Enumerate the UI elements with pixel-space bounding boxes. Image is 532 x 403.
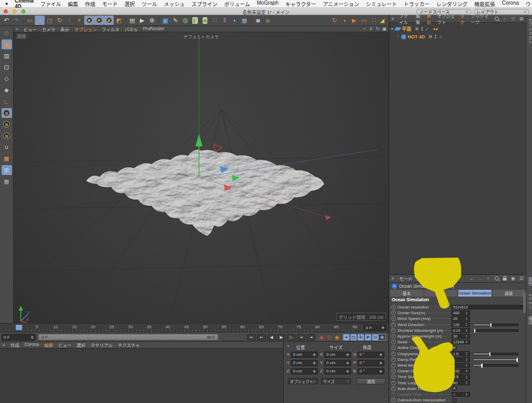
edges-mode-icon[interactable]: ◇ bbox=[2, 74, 12, 84]
path-icon[interactable]: ⌂ bbox=[502, 16, 508, 22]
param-value-field[interactable]: 512x512 ˅ bbox=[451, 305, 526, 310]
param-value-field[interactable]: 200 ˅ bbox=[451, 369, 470, 374]
undo-icon[interactable]: ↶ bbox=[2, 16, 11, 25]
convert-icon[interactable]: ◇ bbox=[2, 28, 12, 38]
frame-range-slider[interactable]: 0 F 90 F bbox=[38, 334, 218, 340]
z-axis-lock[interactable]: Z bbox=[104, 16, 114, 25]
anim-dot-icon[interactable] bbox=[391, 357, 396, 362]
spinner[interactable] bbox=[466, 352, 469, 356]
attribute-tab[interactable]: 減衰 bbox=[493, 290, 526, 297]
filter-icon[interactable]: ▽ bbox=[510, 16, 516, 22]
spinner[interactable] bbox=[345, 352, 349, 357]
spinner[interactable] bbox=[312, 369, 316, 374]
om-menu-item[interactable]: オブジェクト bbox=[437, 12, 456, 25]
menu-item[interactable]: キャラクター bbox=[285, 0, 316, 8]
workplane-auto-icon[interactable]: ▦ bbox=[2, 177, 12, 186]
spinner[interactable] bbox=[379, 352, 382, 357]
add-panel-icon[interactable]: ⊞ bbox=[518, 16, 524, 22]
menu-item[interactable]: トラッカー bbox=[404, 0, 430, 8]
slider-handle[interactable] bbox=[481, 364, 483, 368]
forward-icon[interactable]: → bbox=[477, 276, 483, 281]
material-menu-item[interactable]: 編集 bbox=[44, 342, 53, 348]
spinner[interactable] bbox=[30, 334, 34, 340]
param-slider[interactable] bbox=[473, 353, 518, 355]
object-name[interactable]: HOT 4D bbox=[408, 34, 425, 39]
search-icon[interactable] bbox=[494, 16, 499, 22]
key-scale-toggle[interactable]: ◳ bbox=[350, 334, 357, 341]
timeline-playhead[interactable] bbox=[16, 325, 22, 330]
param-value-field[interactable]: 0 ˅ bbox=[451, 392, 470, 397]
spinner[interactable] bbox=[466, 381, 469, 385]
menu-item[interactable]: スプライン bbox=[192, 0, 218, 8]
points-mode-icon[interactable]: ⊡ bbox=[2, 62, 12, 72]
object-row-plane[interactable]: ▾ 平面 ✓ bbox=[389, 25, 526, 33]
record-keyframe-button[interactable]: ◉ bbox=[318, 334, 325, 341]
texture-mode-icon[interactable]: ▨ bbox=[2, 51, 12, 61]
snap-mode-icon[interactable]: S bbox=[2, 119, 12, 129]
sep[interactable]: | bbox=[124, 16, 127, 25]
frame-start-field[interactable]: 0 F bbox=[2, 334, 36, 341]
menu-item[interactable]: 作成 bbox=[85, 0, 96, 8]
param-value-field[interactable]: 1.5 ˅ bbox=[451, 351, 470, 356]
panel-menu-icon[interactable]: ≡ bbox=[392, 16, 394, 21]
spinner[interactable] bbox=[466, 317, 469, 321]
object-row-hot4d[interactable]: └ ≈ HOT 4D ✓ bbox=[389, 33, 526, 41]
spinner[interactable] bbox=[379, 369, 382, 374]
spinner[interactable] bbox=[466, 311, 469, 315]
viewport-menu-item[interactable]: フィルタ bbox=[102, 26, 119, 32]
sweep-icon[interactable]: ◗ bbox=[230, 16, 240, 25]
position-field[interactable]: 0 cm bbox=[291, 352, 318, 358]
size-field[interactable]: 0 cm bbox=[324, 352, 351, 358]
spinner[interactable] bbox=[312, 360, 316, 366]
corona-region-icon[interactable]: ▭ bbox=[359, 16, 369, 25]
param-value-field[interactable]: 0.01 ˅ bbox=[451, 328, 470, 333]
play-button[interactable]: ▶ bbox=[277, 334, 286, 341]
spinner[interactable] bbox=[345, 369, 349, 374]
render-settings-icon[interactable]: ⊛ bbox=[147, 16, 157, 25]
param-slider[interactable] bbox=[473, 358, 518, 361]
material-menu-item[interactable]: テクスチャ bbox=[118, 342, 140, 348]
live-selection-icon[interactable]: ▭ bbox=[25, 16, 35, 25]
workplane-lock-icon[interactable]: ▦ bbox=[2, 165, 12, 175]
viewport-menu-item[interactable]: パネル bbox=[125, 26, 138, 32]
object-name[interactable]: 平面 bbox=[402, 25, 411, 32]
move-tool-icon[interactable]: + bbox=[35, 16, 45, 25]
next-key-button[interactable]: ⇥ bbox=[297, 334, 305, 341]
menu-item[interactable]: ウインドウ bbox=[526, 0, 532, 8]
dolly-view-icon[interactable]: ⇕ bbox=[368, 26, 374, 31]
attr-menu-item[interactable]: モード bbox=[399, 275, 413, 281]
size-field[interactable]: 0 cm bbox=[324, 360, 351, 366]
om-menu-item[interactable]: 表示 bbox=[427, 12, 433, 25]
ocean-mesh[interactable] bbox=[86, 150, 324, 236]
anim-dot-icon[interactable] bbox=[391, 345, 396, 350]
menu-item[interactable]: 機能拡張 bbox=[474, 0, 495, 8]
anim-dot-icon[interactable] bbox=[391, 363, 396, 368]
anim-dot-icon[interactable] bbox=[391, 311, 396, 315]
x-axis-lock[interactable]: X bbox=[84, 16, 94, 25]
current-frame-field[interactable]: 0 F bbox=[364, 325, 387, 331]
anim-dot-icon[interactable] bbox=[391, 340, 396, 344]
autokey-button[interactable]: ◉ bbox=[378, 334, 386, 341]
dock-tab[interactable]: 構成 bbox=[526, 313, 532, 328]
corona-material-icon[interactable]: ◢ bbox=[379, 16, 389, 25]
panel-menu-icon[interactable]: ≡ bbox=[16, 26, 18, 32]
panel-menu-icon[interactable]: ≡ bbox=[3, 342, 5, 347]
render-picture-viewer-icon[interactable]: ▶ bbox=[137, 16, 147, 25]
key-position-toggle[interactable]: + bbox=[343, 334, 350, 341]
om-menu-item[interactable]: 編集 bbox=[416, 12, 422, 25]
rotation-field[interactable]: 0 ° bbox=[357, 360, 384, 366]
menu-item[interactable]: モード bbox=[102, 0, 118, 8]
new-panel-icon[interactable]: ⊡ bbox=[518, 276, 524, 281]
menu-item[interactable]: メッシュ bbox=[164, 0, 185, 8]
material-menu-item[interactable]: 選択 bbox=[76, 342, 85, 348]
search-icon[interactable] bbox=[494, 276, 499, 281]
corona-vfb-icon[interactable]: ◑ bbox=[339, 16, 349, 25]
prev-frame-button[interactable]: ◀ bbox=[267, 334, 276, 341]
anim-dot-icon[interactable] bbox=[391, 352, 396, 356]
param-value-field[interactable]: 0.5 ˅ bbox=[451, 374, 470, 380]
render-view-icon[interactable]: ▤ bbox=[127, 16, 137, 25]
sep[interactable]: | bbox=[249, 16, 253, 25]
size-field[interactable]: 0 cm bbox=[324, 368, 351, 374]
attribute-tab[interactable]: 基本 bbox=[390, 290, 423, 297]
anim-dot-icon[interactable] bbox=[391, 316, 396, 321]
